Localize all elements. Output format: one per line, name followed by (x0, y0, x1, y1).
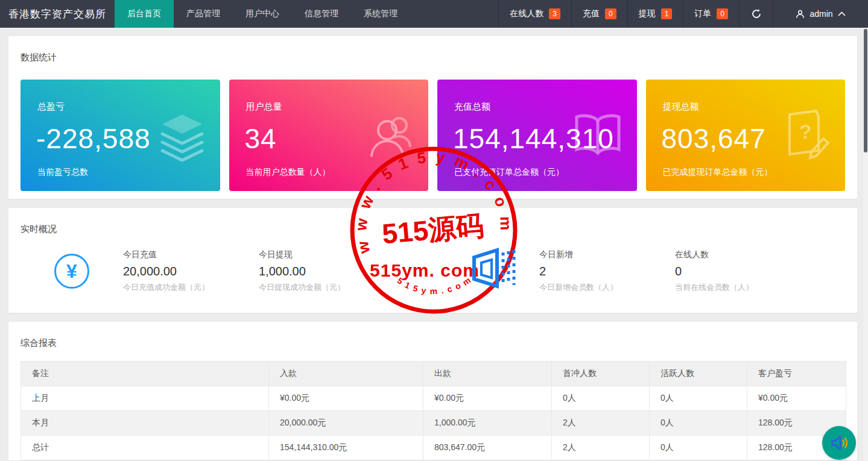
report-table: 备注 入款 出款 首冲人数 活跃人数 客户盈亏 上月 ¥0.00元 ¥0.00元… (21, 361, 846, 460)
nav-item-system[interactable]: 系统管理 (351, 0, 410, 28)
top-navbar: 香港数字资产交易所 后台首页 产品管理 用户中心 信息管理 系统管理 在线人数 … (0, 0, 868, 28)
main-content: 数据统计 总盈亏 -228,588 当前盈亏总数 用户总量 34 当前用户总数量… (0, 28, 868, 460)
nav-item-users[interactable]: 用户中心 (233, 0, 292, 28)
brand-title: 香港数字资产交易所 (0, 0, 115, 28)
nav-item-products[interactable]: 产品管理 (174, 0, 233, 28)
scrollbar-thumb[interactable] (864, 29, 867, 152)
report-table-header: 备注 入款 出款 首冲人数 活跃人数 客户盈亏 (21, 362, 846, 386)
audio-float-button[interactable] (822, 426, 856, 460)
realtime-panel-title: 实时概况 (21, 219, 845, 235)
nav-item-dashboard[interactable]: 后台首页 (115, 0, 174, 28)
yen-icon: ¥ (54, 254, 89, 289)
orders-item[interactable]: 订单 0 (683, 0, 739, 28)
metric-today-new: 今日新增 2 今日新增会员数（人） (539, 249, 675, 293)
report-panel: 综合报表 备注 入款 出款 首冲人数 活跃人数 客户盈亏 上月 ¥0.00元 ¥… (8, 322, 857, 460)
report-panel-title: 综合报表 (21, 333, 845, 349)
stat-card[interactable]: 充值总额 154,144,310 已支付充值订单总金额（元） (437, 80, 637, 191)
stat-cards-row: 总盈亏 -228,588 当前盈亏总数 用户总量 34 当前用户总数量（人） (21, 80, 845, 191)
speaker-icon (829, 433, 849, 453)
stats-panel: 数据统计 总盈亏 -228,588 当前盈亏总数 用户总量 34 当前用户总数量… (8, 36, 857, 199)
table-row: 上月 ¥0.00元 ¥0.00元 0人 0人 ¥0.00元 (21, 386, 846, 411)
chevron-up-icon (838, 11, 846, 16)
orders-badge: 0 (717, 8, 728, 19)
admin-menu[interactable]: admin (773, 0, 868, 28)
user-icon (796, 10, 805, 19)
stat-card[interactable]: 提现总额 803,647 已完成提现订单总金额（元） ? (646, 80, 846, 191)
metric-today-withdraw: 今日提现 1,000.00 今日提现成功金额（元） (259, 249, 394, 293)
realtime-row: ¥ 今日充值 20,000.00 今日充值成功金额（元） 今日提现 1,000.… (21, 249, 845, 300)
recharge-badge: 0 (605, 8, 616, 19)
nav-spacer (410, 0, 498, 28)
nav-item-info[interactable]: 信息管理 (292, 0, 351, 28)
metric-online-count: 在线人数 0 当前在线会员数（人） (675, 249, 811, 293)
withdraw-item[interactable]: 提现 1 (627, 0, 683, 28)
scrollbar-track[interactable] (863, 28, 868, 461)
online-count-item[interactable]: 在线人数 3 (498, 0, 571, 28)
main-menu: 后台首页 产品管理 用户中心 信息管理 系统管理 (115, 0, 410, 28)
recharge-item[interactable]: 充值 0 (571, 0, 627, 28)
refresh-button[interactable] (739, 0, 773, 28)
admin-username: admin (809, 9, 832, 19)
metric-today-recharge: 今日充值 20,000.00 今日充值成功金额（元） (123, 249, 259, 293)
stat-card[interactable]: 用户总量 34 当前用户总数量（人） (229, 80, 429, 191)
online-count-badge: 3 (549, 8, 560, 19)
nav-right-group: 在线人数 3 充值 0 提现 1 订单 0 admin (498, 0, 868, 28)
refresh-icon (751, 8, 762, 19)
stat-card[interactable]: 总盈亏 -228,588 当前盈亏总数 (21, 80, 220, 191)
table-row: 本月 20,000.00元 1,000.00元 2人 0人 128.00元 (21, 411, 846, 436)
withdraw-badge: 1 (661, 8, 673, 19)
table-row: 总计 154,144,310.00元 803,647.00元 2人 0人 128… (21, 436, 846, 460)
realtime-panel: 实时概况 ¥ 今日充值 20,000.00 今日充值成功金额（元） 今日提现 1… (8, 208, 857, 313)
stats-panel-title: 数据统计 (21, 47, 845, 63)
